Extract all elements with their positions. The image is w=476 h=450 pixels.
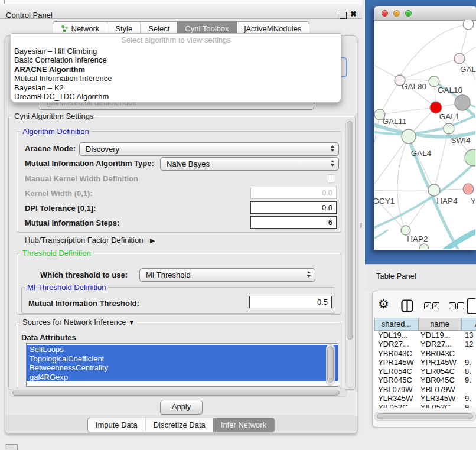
network-view-window: GAL GAL80 GAL10 GAL1 GAL11 SWI4 GAL4 GCY… [374,6,476,250]
table-row[interactable]: YDL19...YDL19...13 [374,331,476,340]
collapse-down-icon: ▼ [128,319,135,326]
spinner-arrows-icon [331,160,334,167]
gear-icon[interactable]: ⚙ [378,297,389,311]
attribute-item[interactable]: SelfLoops [27,345,338,354]
network-node[interactable] [463,20,474,30]
mi-threshold-label: Mutual Information Threshold: [28,299,139,308]
select-all-checkbox-icon[interactable]: ✓ [432,302,439,309]
mi-algorithm-combo[interactable]: Naive Bayes [160,157,339,171]
tab-infer-network[interactable]: Infer Network [213,418,274,432]
algorithm-dropdown-popup: Select algorithm to view settings Bayesi… [11,33,341,103]
close-icon[interactable]: ✖ [350,9,357,18]
spinner-arrows-icon [331,145,334,152]
node-label: Y [471,197,475,206]
attributes-scrollbar-thumb[interactable] [327,346,334,383]
settings-scrollbar-thumb[interactable] [347,121,353,340]
algorithm-item[interactable]: Bayesian – K2 [11,83,341,92]
table-row[interactable]: YPR145WYPR145W9. [374,358,476,367]
hub-definition-label: Hub/Transcription Factor Definition [25,236,143,244]
tab-discretize-data[interactable]: Discretize Data [145,418,213,432]
network-node[interactable] [444,123,454,134]
mi-steps-label: Mutual Information Steps: [25,219,119,227]
tab-impute-data[interactable]: Impute Data [88,418,145,432]
network-node-hap4[interactable] [428,184,440,196]
which-threshold-value: MI Threshold [146,269,191,281]
float-panel-icon[interactable] [340,12,347,19]
kernel-width-label: Kernel Width (0,1): [25,189,93,198]
apply-button[interactable]: Apply [160,400,203,415]
threshold-definition-title: Threshold Definition [20,249,93,257]
network-node-gal1[interactable] [430,102,442,113]
attribute-item[interactable]: gal4RGexp [27,373,338,382]
sources-title[interactable]: Sources for Network Inference ▼ [20,318,137,327]
table-row[interactable]: YER054CYER054C8. [374,367,476,376]
table-row[interactable]: YBL079WYBL079W [374,385,476,394]
splitpane-handle[interactable] [360,223,362,228]
kernel-width-field[interactable]: 0.0 [250,187,337,199]
manual-kernel-checkbox[interactable] [327,174,335,183]
settings-group-title: Cyni Algorithm Settings [12,112,96,120]
table-row[interactable]: YLR345WYLR345W9. [374,394,476,403]
network-node-swi4[interactable] [465,149,475,166]
table-hscrollbar-thumb[interactable] [377,413,473,419]
settings-scrollbar-track[interactable] [345,119,354,388]
zoom-traffic-light[interactable] [405,10,412,17]
attributes-scrollbar-track[interactable] [326,344,335,386]
table-row[interactable]: YDR27...YDR27...12 [374,340,476,348]
table-row[interactable]: YBR045CYBR045C9. [374,376,476,384]
network-node-hap2[interactable] [401,226,410,235]
node-label: GAL80 [402,82,426,91]
select-all-checkbox-icon[interactable]: ✓ [424,302,431,309]
dpi-tolerance-field[interactable]: 0.0 [250,201,337,214]
algorithm-item[interactable]: Bayesian – Hill Climbing [11,47,341,56]
network-window-titlebar[interactable] [374,6,476,21]
deselect-checkbox-icon[interactable] [449,302,456,309]
hub-definition-expander[interactable]: Hub/Transcription Factor Definition ▶ [25,236,155,244]
network-canvas[interactable]: GAL GAL80 GAL10 GAL1 GAL11 SWI4 GAL4 GCY… [374,20,475,249]
dpi-tolerance-label: DPI Tolerance [0,1]: [25,204,96,213]
settings-hscrollbar-track[interactable] [9,389,347,397]
network-node[interactable] [454,53,465,64]
attribute-item[interactable]: TopologicalCoefficient [27,354,338,364]
node-label: GAL11 [382,117,406,126]
column-header-partial[interactable]: A [461,318,476,331]
table-hscrollbar-track[interactable] [374,412,476,421]
mi-steps-field[interactable]: 6 [250,216,337,229]
network-node[interactable] [455,95,470,110]
algorithm-item[interactable]: Basic Correlation Inference [11,56,341,64]
manual-kernel-label: Manual Kernel Width Definition [25,174,138,183]
network-node-gal4[interactable] [402,129,416,144]
minimize-traffic-light[interactable] [393,10,400,17]
column-header-name[interactable]: name [418,318,461,331]
algorithm-prompt: Select algorithm to view settings [11,34,341,47]
top-strip [0,0,362,4]
which-threshold-combo[interactable]: MI Threshold [139,268,315,282]
table-panel-header: Table Panel [365,264,476,291]
column-header-shared-name[interactable]: shared... [374,318,418,331]
settings-hscrollbar-thumb[interactable] [12,390,340,396]
page-icon[interactable] [467,298,476,314]
node-label: GAL [460,65,475,74]
column-view-icon[interactable] [401,299,413,312]
node-label: GCY1 [374,197,395,206]
algorithm-item[interactable]: Mutual Information Inference [11,74,341,83]
application-root: Control Panel ✖ Network Style Select Cyn… [0,0,476,450]
algorithm-item-selected[interactable]: ARACNE Algorithm [11,65,341,74]
aracne-mode-combo[interactable]: Discovery [79,142,339,156]
table-row[interactable]: YIL052CYIL052C9. [374,403,476,408]
algorithm-item[interactable]: Dream8 DC_TDC Algorithm [11,92,341,101]
table-row[interactable]: YBR043CYBR043C [374,349,476,358]
deselect-checkbox-icon[interactable] [457,302,464,309]
mi-threshold-field[interactable]: 0.5 [249,296,332,308]
close-traffic-light[interactable] [382,10,388,17]
tab-label: Network [71,24,100,33]
network-node[interactable] [463,184,474,194]
attribute-item[interactable]: BetweennessCentrality [27,363,338,373]
data-attributes-list: SelfLoops TopologicalCoefficient Between… [26,343,338,387]
aracne-mode-label: Aracne Mode: [25,144,76,153]
mi-algorithm-value: Naive Bayes [167,158,210,170]
minimized-panel-icon[interactable] [5,444,18,450]
data-attributes-label: Data Attributes [21,333,76,342]
panel-title: Control Panel [6,11,53,19]
network-node[interactable] [419,244,429,249]
